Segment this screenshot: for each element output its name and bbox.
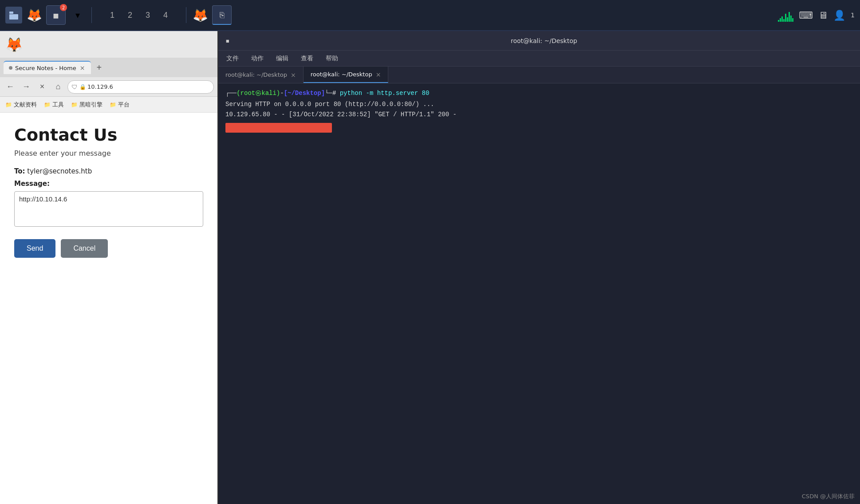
watermark-text: CSDN @人间体佐菲 (802, 493, 855, 500)
graph-bar-2 (780, 18, 781, 22)
workspace-2-button[interactable]: 2 (122, 7, 138, 23)
menu-help[interactable]: 帮助 (323, 53, 341, 64)
term-dir-text: [~/Desktop] (284, 89, 325, 98)
bookmark-folder-icon-3: 📁 (71, 102, 78, 108)
to-label: To: (14, 167, 25, 175)
reload-button[interactable]: × (36, 80, 49, 94)
taskbar-divider2 (186, 7, 186, 23)
home-button[interactable]: ⌂ (51, 80, 65, 94)
terminal-output-2: 10.129.65.80 - - [31/Oct/2022 22:38:52] … (225, 110, 457, 119)
taskbar-time: 1 (851, 12, 855, 19)
terminal-tab-2[interactable]: root@kali: ~/Desktop × (304, 67, 389, 83)
terminal-titlebar: ▪ root@kali: ~/Desktop (218, 31, 860, 51)
active-browser-tab[interactable]: Secure Notes - Home × (4, 61, 91, 74)
graph-bar-7 (789, 12, 790, 22)
display-icon[interactable]: 🖥 (818, 10, 828, 21)
terminal-line-1: ┌── (root㉿kali) - [~/Desktop] └─ # pytho… (225, 89, 853, 98)
contact-to: To: tyler@secnotes.htb (14, 167, 203, 175)
terminal-taskbar-icon[interactable]: ■ 2 (46, 5, 66, 25)
file-manager-icon[interactable] (5, 7, 22, 24)
forward-button[interactable]: → (20, 80, 33, 94)
terminal-tab-1[interactable]: root@kali: ~/Desktop × (218, 67, 304, 83)
browser-window: 🦊 Secure Notes - Home × + ← → × ⌂ 🛡 🔒 10… (0, 31, 217, 504)
cancel-button[interactable]: Cancel (61, 239, 108, 258)
term-tab-2-close[interactable]: × (376, 71, 381, 78)
taskbar-right: ⌨ 🖥 👤 1 (778, 8, 855, 22)
svg-rect-0 (9, 12, 13, 14)
terminal-menubar: 文件 动作 编辑 查看 帮助 (218, 51, 860, 67)
menu-view[interactable]: 查看 (298, 53, 316, 64)
term-tab-2-label: root@kali: ~/Desktop (311, 71, 372, 78)
term-user-text: (root㉿kali) (237, 89, 280, 98)
taskbar-left: 🦊 ■ 2 ▾ 1 2 3 4 🦊 ⎘ (5, 5, 232, 25)
taskbar: 🦊 ■ 2 ▾ 1 2 3 4 🦊 ⎘ (0, 0, 860, 31)
keyboard-icon[interactable]: ⌨ (799, 10, 813, 21)
bookmark-2[interactable]: 📁 工具 (42, 100, 66, 110)
graph-bar-4 (783, 19, 785, 22)
new-tab-button[interactable]: + (93, 61, 105, 75)
contact-buttons: Send Cancel (14, 239, 203, 258)
address-text: 10.129.6 (87, 83, 113, 90)
bookmark-label-3: 黑暗引擎 (79, 101, 103, 109)
bookmark-3[interactable]: 📁 黑暗引擎 (69, 100, 104, 110)
terminal-badge: 2 (60, 4, 67, 11)
main-area: 🦊 Secure Notes - Home × + ← → × ⌂ 🛡 🔒 10… (0, 31, 860, 504)
terminal-icon-text: ■ (54, 11, 59, 20)
active-terminal-icon[interactable]: ⎘ (212, 5, 232, 25)
graph-bar-1 (778, 20, 779, 22)
workspace-3-button[interactable]: 3 (140, 7, 156, 23)
firefox-logo-icon: 🦊 (5, 36, 23, 53)
bookmark-label-4: 平台 (118, 101, 130, 109)
send-button[interactable]: Send (14, 239, 55, 258)
term-tab-1-label: root@kali: ~/Desktop (225, 71, 287, 78)
address-bar[interactable]: 🛡 🔒 10.129.6 (67, 80, 214, 94)
browser-content: Contact Us Please enter your message To:… (0, 113, 217, 504)
firefox-taskbar-icon[interactable]: 🦊 (26, 7, 43, 24)
back-button[interactable]: ← (4, 80, 17, 94)
terminal-title-icon: ▪ (225, 36, 230, 45)
graph-bar-5 (785, 14, 786, 22)
firefox-flame2-icon: 🦊 (193, 8, 208, 23)
active-terminal-text: ⎘ (220, 10, 225, 20)
terminal-tabs: root@kali: ~/Desktop × root@kali: ~/Desk… (218, 67, 860, 83)
bookmark-folder-icon-1: 📁 (5, 102, 12, 108)
bookmark-label-2: 工具 (52, 101, 64, 109)
graph-bar-3 (781, 16, 783, 22)
workspace-4-button[interactable]: 4 (158, 7, 174, 23)
browser-header: 🦊 (0, 31, 217, 58)
browser-nav: ← → × ⌂ 🛡 🔒 10.129.6 (0, 77, 217, 97)
bookmark-folder-icon-4: 📁 (110, 102, 116, 108)
lock-icon: 🔒 (79, 84, 86, 90)
terminal-window: ▪ root@kali: ~/Desktop 文件 动作 编辑 查看 帮助 ro… (217, 31, 860, 504)
to-email: tyler@secnotes.htb (27, 167, 92, 175)
terminal-output-1: Serving HTTP on 0.0.0.0 port 80 (http://… (225, 100, 434, 109)
term-tab-1-close[interactable]: × (291, 71, 296, 79)
message-input[interactable] (14, 191, 203, 227)
bookmark-label-1: 文献资料 (14, 101, 37, 109)
terminal-body[interactable]: ┌── (root㉿kali) - [~/Desktop] └─ # pytho… (218, 83, 860, 504)
term-hash-text: # (332, 89, 340, 98)
taskbar-divider (91, 7, 92, 23)
terminal-dropdown-icon[interactable]: ▾ (69, 7, 86, 24)
contact-subtitle: Please enter your message (14, 149, 203, 158)
menu-file[interactable]: 文件 (224, 53, 241, 64)
browser-bookmarks: 📁 文献资料 📁 工具 📁 黑暗引擎 📁 平台 (0, 97, 217, 113)
terminal-line-4 (225, 121, 853, 133)
bookmark-4[interactable]: 📁 平台 (108, 100, 131, 110)
menu-action[interactable]: 动作 (249, 53, 266, 64)
graph-bar-9 (792, 18, 793, 22)
menu-edit[interactable]: 编辑 (273, 53, 291, 64)
terminal-line-3: 10.129.65.80 - - [31/Oct/2022 22:38:52] … (225, 110, 853, 119)
firefox-active-icon[interactable]: 🦊 (192, 7, 209, 24)
redacted-highlight (225, 123, 332, 133)
shield-icon: 🛡 (71, 83, 78, 91)
contact-us-heading: Contact Us (14, 125, 203, 145)
network-graph (778, 8, 793, 22)
bookmark-1[interactable]: 📁 文献资料 (4, 100, 39, 110)
user-icon[interactable]: 👤 (833, 10, 845, 21)
graph-bar-6 (787, 17, 788, 22)
term-command-text: python -m http.server 80 (340, 89, 430, 98)
tab-close-button[interactable]: × (79, 64, 86, 71)
bookmark-folder-icon-2: 📁 (44, 102, 51, 108)
workspace-1-button[interactable]: 1 (104, 7, 120, 23)
